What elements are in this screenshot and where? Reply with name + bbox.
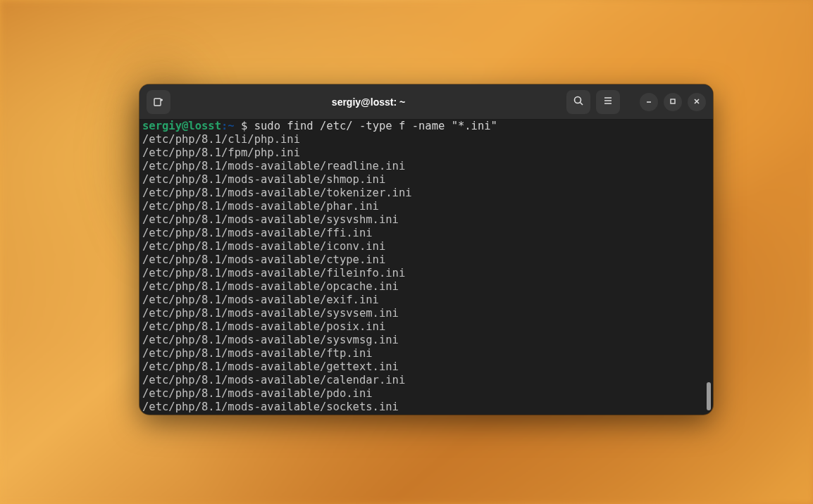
- output-line: /etc/php/8.1/cli/php.ini: [142, 133, 710, 146]
- output-line: /etc/php/8.1/mods-available/sockets.ini: [142, 401, 710, 414]
- maximize-icon: [669, 96, 677, 108]
- svg-rect-0: [154, 99, 161, 106]
- output-line: /etc/php/8.1/mods-available/posix.ini: [142, 320, 710, 334]
- minimize-button[interactable]: [640, 93, 658, 111]
- minimize-icon: [645, 96, 653, 108]
- output-line: /etc/php/8.1/mods-available/phar.ini: [142, 200, 710, 213]
- close-button[interactable]: [688, 93, 706, 111]
- prompt-colon: :: [221, 120, 228, 132]
- output-line: /etc/php/8.1/mods-available/tokenizer.in…: [142, 187, 710, 200]
- output-line: /etc/php/8.1/mods-available/iconv.ini: [142, 240, 710, 253]
- titlebar[interactable]: sergiy@losst: ~: [139, 84, 713, 120]
- output-line: /etc/php/8.1/mods-available/ctype.ini: [142, 253, 710, 267]
- window-title: sergiy@losst: ~: [170, 96, 566, 108]
- svg-point-1: [575, 96, 581, 103]
- output-line: /etc/php/8.1/mods-available/pdo.ini: [142, 387, 710, 401]
- output-line: /etc/php/8.1/mods-available/fileinfo.ini: [142, 267, 710, 280]
- new-tab-button[interactable]: [147, 90, 170, 114]
- prompt-line: sergiy@losst:~ $ sudo find /etc/ -type f…: [142, 120, 710, 133]
- output-line: /etc/php/8.1/mods-available/exif.ini: [142, 294, 710, 307]
- output-line: /etc/php/8.1/fpm/php.ini: [142, 146, 710, 160]
- scrollbar-thumb[interactable]: [707, 382, 711, 410]
- command-text: sudo find /etc/ -type f -name "*.ini": [254, 120, 497, 132]
- menu-button[interactable]: [596, 90, 620, 114]
- search-icon: [573, 95, 584, 109]
- output-line: /etc/php/8.1/mods-available/gettext.ini: [142, 360, 710, 374]
- terminal-window: sergiy@losst: ~: [139, 84, 713, 415]
- output-line: /etc/php/8.1/mods-available/sysvmsg.ini: [142, 334, 710, 347]
- prompt-dollar: $: [235, 120, 254, 132]
- svg-rect-2: [671, 99, 675, 103]
- prompt-path: ~: [228, 120, 234, 132]
- close-icon: [693, 96, 701, 108]
- maximize-button[interactable]: [664, 93, 682, 111]
- output-line: /etc/php/8.1/mods-available/readline.ini: [142, 160, 710, 173]
- output-line: /etc/php/8.1/mods-available/calendar.ini: [142, 374, 710, 387]
- output-line: /etc/php/8.1/mods-available/ffi.ini: [142, 227, 710, 240]
- terminal-content[interactable]: sergiy@losst:~ $ sudo find /etc/ -type f…: [139, 120, 713, 415]
- output-line: /etc/php/8.1/mods-available/sysvsem.ini: [142, 307, 710, 320]
- output-line: /etc/php/8.1/mods-available/ftp.ini: [142, 347, 710, 360]
- output-line: /etc/php/8.1/mods-available/shmop.ini: [142, 173, 710, 187]
- output-line: /etc/php/8.1/mods-available/sysvshm.ini: [142, 213, 710, 227]
- prompt-user: sergiy@losst: [142, 120, 221, 132]
- hamburger-icon: [602, 95, 614, 109]
- search-button[interactable]: [566, 90, 590, 114]
- output-line: /etc/php/8.1/mods-available/opcache.ini: [142, 280, 710, 294]
